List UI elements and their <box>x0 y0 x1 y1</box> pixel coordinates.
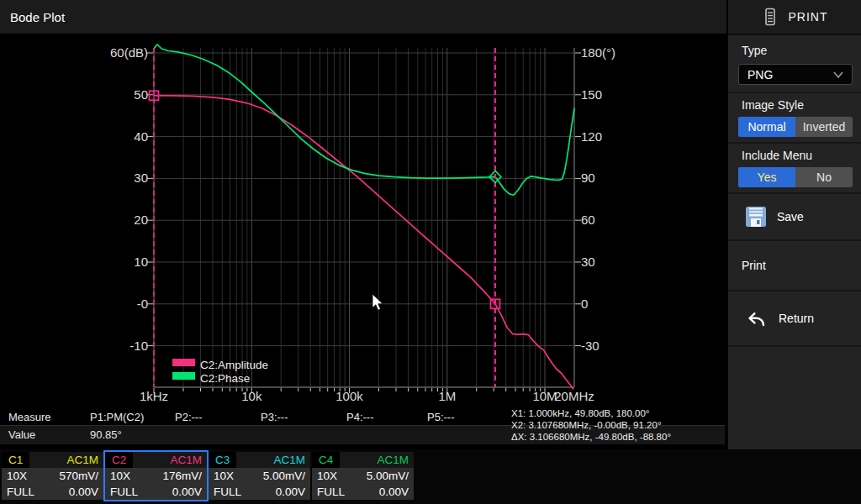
page-title: Bode Plot <box>10 10 65 24</box>
include-menu-label: Include Menu <box>742 149 812 162</box>
svg-text:10: 10 <box>134 255 148 269</box>
bottom-status-bar: C1AC1M 10X570mV/ FULL0.00V C2AC1M 10X176… <box>0 449 861 504</box>
svg-text:30: 30 <box>581 255 595 269</box>
printer-icon <box>762 8 779 26</box>
channel-box-c4[interactable]: C4AC1M 10X5.00mV/ FULL0.00V <box>312 452 414 500</box>
image-style-label: Image Style <box>742 98 804 112</box>
svg-text:180(°): 180(°) <box>581 45 615 60</box>
print-button[interactable]: Print <box>728 241 861 291</box>
return-button[interactable]: Return <box>728 291 861 347</box>
svg-text:30: 30 <box>134 171 148 185</box>
image-style-section: Image Style Normal Inverted <box>728 93 861 144</box>
svg-text:40: 40 <box>134 129 148 144</box>
save-button[interactable]: Save <box>728 194 861 241</box>
channel-c4-bandwidth: FULL <box>317 486 345 498</box>
channel-c4-coupling: AC1M <box>377 454 409 466</box>
svg-text:C2:Phase: C2:Phase <box>200 372 250 385</box>
channel-c1-bandwidth: FULL <box>7 486 34 498</box>
channel-c1-offset: 0.00V <box>69 486 98 498</box>
bode-plot-chart[interactable]: 60(dB)180(°)5015040120309020601030-00-10… <box>0 34 726 410</box>
measure-slot-p3[interactable]: P3:--- <box>261 411 288 423</box>
include-menu-section: Include Menu Yes No <box>728 144 861 194</box>
image-style-normal-option[interactable]: Normal <box>738 117 795 137</box>
svg-text:120: 120 <box>581 129 602 144</box>
channel-c3-probe: 10X <box>214 470 234 482</box>
channel-c2-offset: 0.00V <box>172 486 202 498</box>
save-label: Save <box>777 210 804 223</box>
return-arrow-icon <box>743 307 767 329</box>
svg-text:90: 90 <box>581 171 595 185</box>
channel-box-c2[interactable]: C2AC1M 10X176mV/ FULL0.00V <box>105 452 207 500</box>
channel-c2-bandwidth: FULL <box>110 486 138 498</box>
svg-text:20MHz: 20MHz <box>554 389 594 403</box>
svg-text:10k: 10k <box>241 389 262 403</box>
channel-c3-bandwidth: FULL <box>214 486 241 498</box>
measure-label: Measure <box>8 411 51 423</box>
channel-c2-probe: 10X <box>110 470 130 482</box>
channel-c1-coupling: AC1M <box>66 454 98 466</box>
measure-slot-p4[interactable]: P4:--- <box>346 411 374 423</box>
channel-c4-probe: 10X <box>317 470 337 482</box>
measure-slot-p5[interactable]: P5:--- <box>427 411 455 423</box>
include-menu-toggle: Yes No <box>738 167 853 187</box>
type-value: PNG <box>747 68 832 81</box>
cursor-x2-readout: X2: 3.107680MHz, -0.00dB, 91.20° <box>511 420 726 432</box>
image-style-toggle: Normal Inverted <box>738 117 853 137</box>
svg-text:1M: 1M <box>438 389 456 403</box>
include-menu-yes-option[interactable]: Yes <box>738 167 795 187</box>
oscilloscope-screen: Bode Plot 60(dB)180(°)501504012030902060… <box>0 0 861 504</box>
bode-plot-area: 60(dB)180(°)5015040120309020601030-00-10… <box>0 34 726 410</box>
measure-value: 90.85° <box>90 428 122 441</box>
channel-c2-coupling: AC1M <box>170 454 202 466</box>
top-bar: Bode Plot <box>0 0 726 35</box>
channel-c2-name: C2 <box>105 452 133 468</box>
channel-c4-scale: 5.00mV/ <box>367 470 409 482</box>
svg-text:0: 0 <box>581 297 588 311</box>
measure-slot-p2[interactable]: P2:--- <box>175 411 203 423</box>
type-dropdown[interactable]: PNG <box>738 64 853 85</box>
channel-c4-name: C4 <box>312 452 340 468</box>
svg-text:-30: -30 <box>581 339 600 353</box>
channel-c4-offset: 0.00V <box>379 486 409 498</box>
svg-text:-0: -0 <box>137 297 148 311</box>
svg-text:-10: -10 <box>129 339 148 353</box>
svg-text:C2:Amplitude: C2:Amplitude <box>200 359 268 371</box>
channel-c3-coupling: AC1M <box>273 454 305 466</box>
save-floppy-icon <box>745 206 767 228</box>
print-label: Print <box>742 259 766 272</box>
svg-text:60(dB): 60(dB) <box>110 45 148 60</box>
image-style-inverted-option[interactable]: Inverted <box>795 117 853 137</box>
channel-box-c3[interactable]: C3AC1M 10X5.00mV/ FULL0.00V <box>209 452 310 500</box>
type-label: Type <box>742 44 767 57</box>
type-section: Type PNG <box>728 35 861 93</box>
channel-c1-name: C1 <box>2 452 29 468</box>
svg-text:10M: 10M <box>532 389 557 403</box>
include-menu-no-option[interactable]: No <box>795 167 853 187</box>
svg-text:60: 60 <box>581 213 595 227</box>
channel-c3-offset: 0.00V <box>276 486 305 498</box>
svg-text:20: 20 <box>134 213 148 227</box>
channel-c3-scale: 5.00mV/ <box>263 470 305 482</box>
channel-c1-scale: 570mV/ <box>59 470 98 482</box>
channel-box-c1[interactable]: C1AC1M 10X570mV/ FULL0.00V <box>2 452 103 500</box>
value-label: Value <box>8 428 35 441</box>
svg-text:150: 150 <box>581 87 602 102</box>
svg-text:1kHz: 1kHz <box>140 389 168 403</box>
cursor-dx-readout: ΔX: 3.106680MHz, -49.80dB, -88.80° <box>511 432 726 444</box>
print-menu-header: PRINT <box>728 0 861 35</box>
cursor-readout: X1: 1.000kHz, 49.80dB, 180.00° X2: 3.107… <box>511 408 726 443</box>
menu-title: PRINT <box>789 10 828 24</box>
channel-c1-probe: 10X <box>7 470 27 482</box>
cursor-x1-readout: X1: 1.000kHz, 49.80dB, 180.00° <box>511 408 726 420</box>
print-menu-panel: PRINT Type PNG Image Style Normal Invert… <box>726 0 861 449</box>
svg-text:50: 50 <box>134 87 148 102</box>
return-label: Return <box>779 312 814 325</box>
measure-slot-p1[interactable]: P1:PM(C2) <box>90 411 144 423</box>
svg-text:100k: 100k <box>335 389 363 403</box>
channel-c3-name: C3 <box>209 452 236 468</box>
channel-c2-scale: 176mV/ <box>162 470 202 482</box>
chevron-down-icon <box>832 69 845 81</box>
